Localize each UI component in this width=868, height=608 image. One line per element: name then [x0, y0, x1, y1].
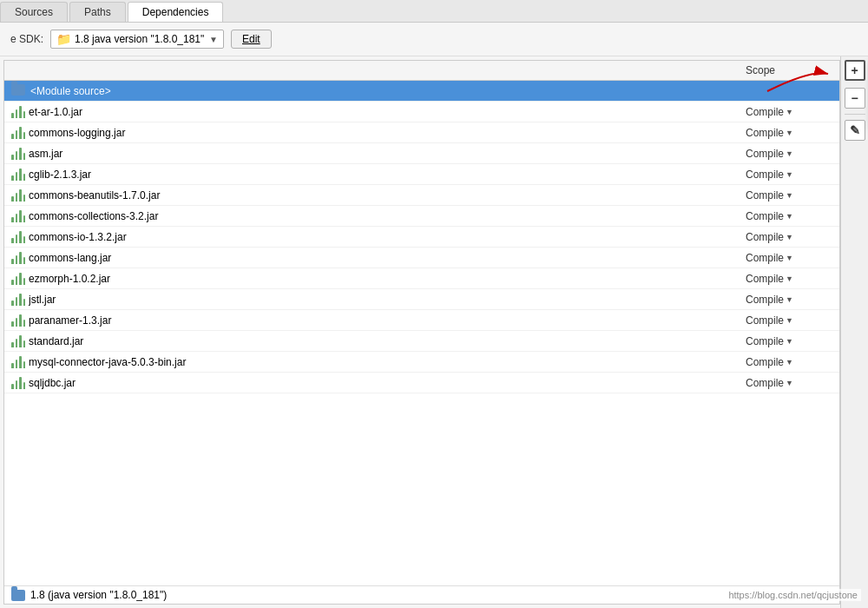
tabs-bar: Sources Paths Dependencies: [0, 0, 868, 23]
jar-icon: [11, 273, 25, 285]
jar-icon: [11, 335, 25, 347]
table-row[interactable]: cglib-2.1.3.jar Compile ▼: [4, 164, 839, 185]
sdk-row: e SDK: 📁 1.8 java version "1.8.0_181" ▼ …: [0, 23, 868, 56]
jar-icon: [11, 210, 25, 222]
jar-icon: [11, 314, 25, 327]
scope-compile: Compile ▼: [746, 314, 832, 327]
scope-compile: Compile ▼: [746, 210, 832, 222]
tab-paths[interactable]: Paths: [69, 2, 126, 22]
add-dependency-button[interactable]: +: [845, 60, 865, 81]
table-row[interactable]: commons-io-1.3.2.jar Compile ▼: [4, 227, 839, 248]
scope-compile: Compile ▼: [746, 169, 832, 181]
scope-compile: Compile ▼: [746, 294, 832, 306]
row-name: mysql-connector-java-5.0.3-bin.jar: [29, 356, 746, 368]
table-row[interactable]: mysql-connector-java-5.0.3-bin.jar Compi…: [4, 352, 839, 373]
scope-compile: Compile ▼: [746, 106, 832, 118]
row-name: commons-collections-3.2.jar: [29, 210, 746, 222]
main-panel: Scope <Module source> et-ar-1.0.jar Comp…: [3, 60, 840, 605]
row-name: standard.jar: [29, 335, 746, 347]
chevron-down-icon: ▼: [209, 35, 218, 44]
add-button-container: + 1 JARs or directories...: [845, 60, 865, 81]
jar-icon: [11, 148, 25, 160]
main-container: Sources Paths Dependencies e SDK: 📁 1.8 …: [0, 0, 868, 608]
row-name: <Module source>: [30, 85, 832, 97]
tab-sources[interactable]: Sources: [0, 2, 68, 22]
table-row[interactable]: commons-logging.jar Compile ▼: [4, 122, 839, 143]
jar-icon: [11, 127, 25, 139]
table-row[interactable]: <Module source>: [4, 81, 839, 102]
jdk-folder-icon: [11, 590, 25, 601]
watermark: https://blog.csdn.net/qcjustone: [725, 589, 861, 601]
table-row[interactable]: paranamer-1.3.jar Compile ▼: [4, 310, 839, 331]
table-row[interactable]: standard.jar Compile ▼: [4, 331, 839, 352]
row-name: et-ar-1.0.jar: [29, 106, 746, 118]
col-name-header: [11, 64, 746, 76]
table-row[interactable]: jstl.jar Compile ▼: [4, 289, 839, 310]
row-name: asm.jar: [29, 148, 746, 160]
table-row[interactable]: asm.jar Compile ▼: [4, 143, 839, 164]
table-row[interactable]: et-ar-1.0.jar Compile ▼: [4, 102, 839, 122]
jar-icon: [11, 189, 25, 202]
row-name: sqljdbc.jar: [29, 377, 746, 389]
jar-icon: [11, 231, 25, 243]
right-toolbar: + 1 JARs or directories...: [840, 56, 868, 608]
scope-compile: Compile ▼: [746, 127, 832, 139]
jar-icon: [11, 106, 25, 118]
row-name: ezmorph-1.0.2.jar: [29, 273, 746, 285]
table-body: <Module source> et-ar-1.0.jar Compile ▼ …: [4, 81, 839, 585]
content-area: Scope <Module source> et-ar-1.0.jar Comp…: [0, 56, 868, 608]
sdk-label: e SDK:: [10, 33, 43, 45]
table-row[interactable]: commons-lang.jar Compile ▼: [4, 248, 839, 268]
scope-compile: Compile ▼: [746, 356, 832, 368]
jar-icon: [11, 356, 25, 368]
scope-compile: Compile ▼: [746, 335, 832, 347]
col-scope-header: Scope: [746, 64, 832, 76]
jar-icon: [11, 169, 25, 181]
scope-compile: Compile ▼: [746, 377, 832, 389]
table-row[interactable]: ezmorph-1.0.2.jar Compile ▼: [4, 268, 839, 289]
table-row[interactable]: sqljdbc.jar Compile ▼: [4, 373, 839, 393]
scope-compile: Compile ▼: [746, 148, 832, 160]
scope-compile: Compile ▼: [746, 231, 832, 243]
row-name: commons-lang.jar: [29, 252, 746, 264]
pencil-icon: ✎: [850, 123, 860, 137]
plus-icon: +: [851, 63, 858, 77]
minus-icon: −: [851, 91, 858, 105]
table-header: Scope: [4, 61, 839, 81]
scope-compile: Compile ▼: [746, 252, 832, 264]
jdk-row[interactable]: 1.8 (java version "1.8.0_181"): [4, 585, 839, 604]
sdk-value: 1.8 java version "1.8.0_181": [75, 33, 206, 45]
jdk-name: 1.8 (java version "1.8.0_181"): [30, 589, 832, 601]
row-name: commons-io-1.3.2.jar: [29, 231, 746, 243]
tab-dependencies[interactable]: Dependencies: [128, 2, 224, 22]
toolbar-divider: [845, 114, 865, 115]
edit-dependency-button[interactable]: ✎: [845, 120, 865, 141]
row-name: jstl.jar: [29, 294, 746, 306]
scope-compile: Compile ▼: [746, 189, 832, 202]
row-name: commons-beanutils-1.7.0.jar: [29, 189, 746, 202]
row-name: paranamer-1.3.jar: [29, 314, 746, 327]
jar-icon: [11, 377, 25, 389]
sdk-select[interactable]: 📁 1.8 java version "1.8.0_181" ▼: [50, 30, 224, 49]
scope-compile: Compile ▼: [746, 273, 832, 285]
table-row[interactable]: commons-collections-3.2.jar Compile ▼: [4, 206, 839, 227]
module-source-icon: [11, 84, 27, 98]
edit-button[interactable]: Edit: [231, 30, 272, 49]
jar-icon: [11, 252, 25, 264]
remove-button[interactable]: −: [845, 88, 865, 109]
folder-icon: 📁: [56, 32, 71, 46]
table-row[interactable]: commons-beanutils-1.7.0.jar Compile ▼: [4, 185, 839, 206]
jar-icon: [11, 294, 25, 306]
row-name: cglib-2.1.3.jar: [29, 169, 746, 181]
row-name: commons-logging.jar: [29, 127, 746, 139]
